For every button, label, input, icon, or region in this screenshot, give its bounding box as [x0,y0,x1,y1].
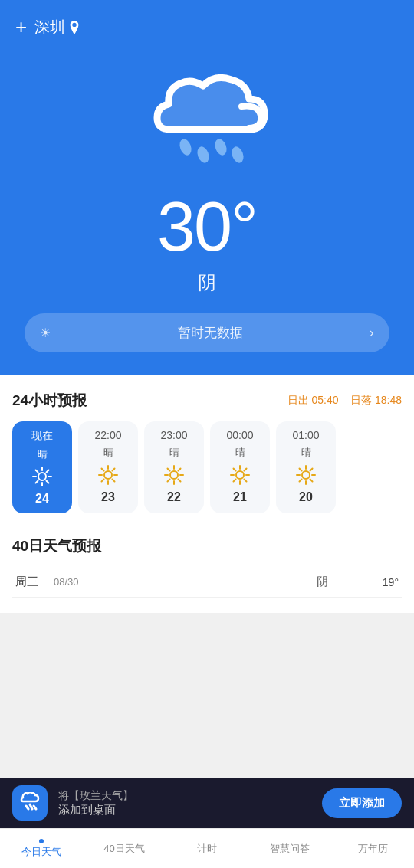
forecast-day: 周三 [15,575,54,589]
svg-line-48 [300,480,302,482]
svg-point-22 [170,471,178,479]
svg-point-40 [302,471,310,479]
hour-weather: 晴 [104,446,113,460]
hour-label: 23:00 [160,429,187,441]
forecast-desc: 阴 [299,575,345,589]
banner-text: 将【玫兰天气】 添加到桌面 [58,789,311,817]
info-bar-icon: ☀ [40,326,51,340]
svg-line-9 [36,470,38,473]
weather-description: 阴 [198,270,216,295]
header-bar: + 深圳 [0,15,414,39]
svg-line-21 [102,480,104,482]
nav-item-智慧问答[interactable]: 智慧问答 [248,829,331,868]
hour-label: 00:00 [226,429,253,441]
svg-line-47 [310,469,313,471]
svg-point-13 [104,471,112,479]
bottom-nav: 今日天气 40日天气 计时 智慧问答 万年历 [0,828,414,868]
banner-line1: 将【玫兰天气】 [58,789,311,803]
info-bar[interactable]: ☀ 暂时无数据 › [25,313,389,352]
svg-point-2 [213,137,229,156]
svg-line-51 [34,806,36,809]
weather-icon [130,54,284,177]
hour-temp: 24 [35,492,49,506]
svg-point-0 [178,137,194,156]
forecast-title: 40日天气预报 [12,536,101,556]
svg-line-38 [245,469,247,471]
nav-item-计时[interactable]: 计时 [166,829,248,868]
svg-line-28 [179,480,181,482]
hourly-forecast-section: 24小时预报 日出 05:40 日落 18:48 现在 晴 24 [12,391,402,518]
nav-active-dot [39,839,44,843]
hour-card: 00:00 晴 21 [210,421,270,513]
svg-line-27 [168,469,170,471]
svg-line-49 [26,806,28,809]
sun-times: 日出 05:40 日落 18:48 [288,394,402,408]
forecast-40-section: 40日天气预报 周三 08/30 阴 19° [12,536,402,598]
hour-temp: 21 [233,490,247,504]
add-to-desktop-button[interactable]: 立即添加 [322,788,402,818]
forecast-row: 周三 08/30 阴 19° [12,567,402,598]
content-section: 24小时预报 日出 05:40 日落 18:48 现在 晴 24 [0,375,414,613]
svg-point-4 [38,473,46,480]
hour-weather: 晴 [301,446,311,460]
forecast-date: 08/30 [54,576,299,588]
weather-hero: + 深圳 30° 阴 [0,0,414,375]
current-temperature: 30° [157,192,257,261]
svg-point-3 [230,145,246,164]
svg-line-50 [30,804,32,809]
add-city-button[interactable]: + [15,15,27,39]
svg-line-37 [245,480,247,482]
location-icon [68,21,80,34]
svg-line-46 [310,480,313,482]
hour-card: 01:00 晴 20 [276,421,336,513]
nav-label: 智慧问答 [270,842,310,856]
svg-line-12 [36,481,38,483]
svg-line-29 [179,469,181,471]
hour-card: 22:00 晴 23 [78,421,138,513]
nav-label: 万年历 [358,842,388,856]
nav-item-今日天气[interactable]: 今日天气 [0,829,83,868]
add-to-desktop-banner: 将【玫兰天气】 添加到桌面 立即添加 [0,778,414,828]
svg-point-31 [236,471,244,479]
hourly-scroll[interactable]: 现在 晴 24 22:00 晴 [12,421,402,518]
nav-item-万年历[interactable]: 万年历 [331,829,414,868]
svg-line-36 [234,469,236,471]
svg-line-11 [47,470,49,473]
svg-line-19 [113,480,115,482]
svg-line-10 [47,481,49,483]
city-label: 深圳 [34,17,80,38]
hour-temp: 22 [167,490,181,504]
hour-weather: 晴 [38,447,48,461]
svg-line-18 [102,469,104,471]
forecast-temp: 19° [345,576,399,588]
svg-point-1 [196,145,212,164]
banner-icon [12,785,48,821]
svg-line-30 [168,480,170,482]
hourly-header: 24小时预报 日出 05:40 日落 18:48 [12,391,402,411]
hour-label: 现在 [31,429,53,443]
hour-card: 现在 晴 24 [12,421,72,513]
hour-label: 22:00 [94,429,121,441]
svg-line-20 [113,469,115,471]
svg-line-45 [300,469,302,471]
info-bar-arrow: › [370,325,374,341]
nav-label: 40日天气 [104,842,144,856]
info-bar-text: 暂时无数据 [51,324,369,342]
hour-weather: 晴 [169,446,179,460]
hour-weather: 晴 [235,446,245,460]
hour-label: 01:00 [292,429,319,441]
hourly-title: 24小时预报 [12,391,87,411]
hour-temp: 20 [299,490,313,504]
hour-card: 23:00 晴 22 [144,421,204,513]
banner-line2: 添加到桌面 [58,803,311,817]
hour-temp: 23 [101,490,115,504]
nav-label: 计时 [197,842,217,856]
nav-item-40日天气[interactable]: 40日天气 [83,829,166,868]
svg-line-39 [234,480,236,482]
nav-label: 今日天气 [21,845,61,859]
forecast-header: 40日天气预报 [12,536,402,556]
